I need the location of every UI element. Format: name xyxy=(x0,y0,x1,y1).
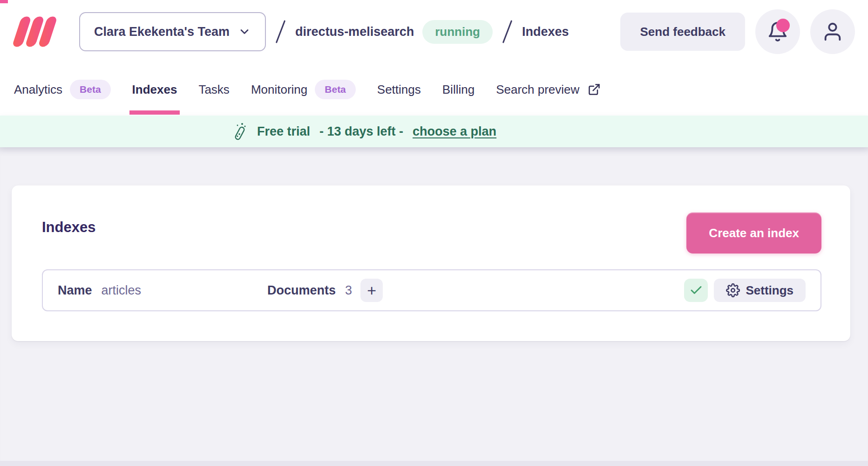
documents-count: 3 xyxy=(345,283,352,298)
breadcrumb-separator xyxy=(502,20,512,43)
trial-days-left: - 13 days left - xyxy=(319,124,403,139)
create-index-button[interactable]: Create an index xyxy=(686,212,821,254)
tab-analytics[interactable]: Analytics Beta xyxy=(14,63,111,116)
settings-button-label: Settings xyxy=(746,283,793,298)
page-title: Indexes xyxy=(42,212,95,236)
bottom-edge xyxy=(0,461,868,466)
tab-tasks[interactable]: Tasks xyxy=(198,63,229,116)
send-feedback-button[interactable]: Send feedback xyxy=(620,13,745,51)
choose-plan-link[interactable]: choose a plan xyxy=(413,124,496,139)
meilisearch-logo[interactable] xyxy=(11,15,63,48)
tab-search-preview[interactable]: Search preview xyxy=(496,63,601,116)
index-settings-button[interactable]: Settings xyxy=(714,279,806,302)
breadcrumb-page: Indexes xyxy=(522,25,569,39)
tab-billing[interactable]: Billing xyxy=(442,63,475,116)
index-row: Name articles Documents 3 + Settings xyxy=(42,269,821,311)
tab-label: Analytics xyxy=(14,82,62,97)
indexes-card: Indexes Create an index Name articles Do… xyxy=(12,185,850,341)
add-documents-button[interactable]: + xyxy=(360,279,383,302)
team-selector[interactable]: Clara Ekekenta's Team xyxy=(79,12,266,51)
beta-badge: Beta xyxy=(315,80,356,99)
gear-icon xyxy=(726,283,740,297)
beta-badge: Beta xyxy=(70,80,111,99)
status-badge: running xyxy=(422,20,493,44)
external-link-icon xyxy=(588,83,601,96)
documents-label: Documents xyxy=(267,283,336,298)
index-name-label: Name xyxy=(58,283,92,298)
project-navbar: Analytics Beta Indexes Tasks Monitoring … xyxy=(0,63,868,116)
tab-indexes[interactable]: Indexes xyxy=(132,63,177,116)
plus-icon: + xyxy=(367,282,376,298)
tab-monitoring[interactable]: Monitoring Beta xyxy=(251,63,356,116)
tab-label: Billing xyxy=(442,82,475,97)
account-button[interactable] xyxy=(810,9,855,54)
app-header: Clara Ekekenta's Team directus-melisearc… xyxy=(0,0,868,63)
user-icon xyxy=(822,21,843,42)
index-name-value: articles xyxy=(102,283,142,298)
tab-settings[interactable]: Settings xyxy=(377,63,421,116)
main-content: Indexes Create an index Name articles Do… xyxy=(0,147,868,466)
test-tube-icon xyxy=(232,122,248,141)
team-selector-label: Clara Ekekenta's Team xyxy=(94,25,230,39)
tab-label: Monitoring xyxy=(251,82,307,97)
page-load-indicator xyxy=(0,0,8,3)
tab-label: Settings xyxy=(377,82,421,97)
free-trial-banner: Free trial - 13 days left - choose a pla… xyxy=(0,116,868,147)
index-status-badge xyxy=(684,279,708,302)
tab-label: Search preview xyxy=(496,82,579,97)
chevron-down-icon xyxy=(238,25,251,38)
notifications-button[interactable] xyxy=(755,9,800,54)
tab-label: Tasks xyxy=(198,82,229,97)
notification-dot xyxy=(776,19,790,32)
tab-label: Indexes xyxy=(132,82,177,97)
check-icon xyxy=(689,283,703,297)
trial-title: Free trial xyxy=(257,124,310,139)
breadcrumb-separator xyxy=(276,20,285,43)
breadcrumb-project[interactable]: directus-melisearch xyxy=(295,25,414,39)
